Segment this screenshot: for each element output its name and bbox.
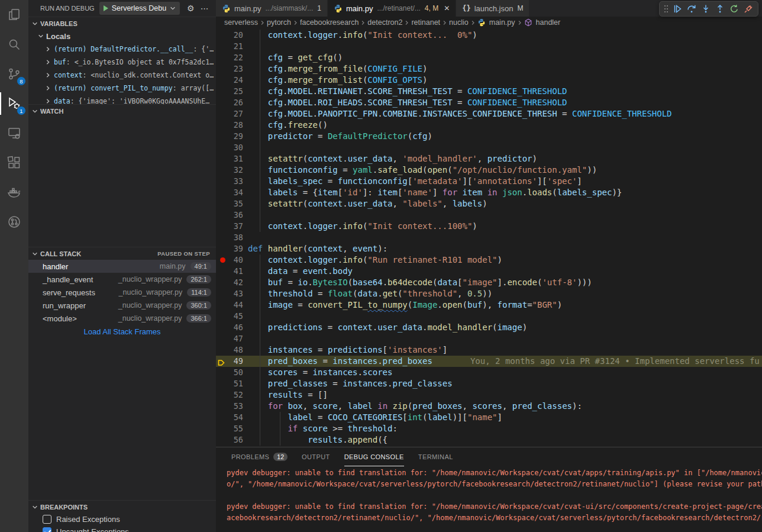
line-number[interactable]: 52 <box>216 389 243 401</box>
start-debug-icon[interactable] <box>104 5 108 11</box>
checkbox[interactable] <box>43 527 51 532</box>
locals-group[interactable]: Locals <box>28 30 216 43</box>
line-number[interactable]: 33 <box>216 176 243 187</box>
breadcrumb-item[interactable]: serverless <box>224 18 258 27</box>
panel-tab[interactable]: OUTPUT <box>302 447 330 466</box>
line-number[interactable]: 21 <box>216 41 243 52</box>
token: , <box>443 199 453 208</box>
continue-icon[interactable] <box>670 2 684 16</box>
restart-icon[interactable] <box>727 2 741 16</box>
token: b64decode <box>388 278 432 287</box>
variable-row[interactable]: context: <nuclio_sdk.context.Context obj… <box>28 69 216 82</box>
checkbox[interactable] <box>43 515 51 524</box>
stack-frame[interactable]: run_wrapper_nuclio_wrapper.py360:1 <box>28 299 216 312</box>
line-number[interactable]: 29 <box>216 131 243 142</box>
token <box>248 266 268 276</box>
stack-frame[interactable]: serve_requests_nuclio_wrapper.py114:1 <box>28 286 216 299</box>
line-number[interactable]: 27 <box>216 108 243 120</box>
line-number[interactable]: 25 <box>216 86 243 97</box>
line-number[interactable]: 46 <box>216 322 243 333</box>
variable-row[interactable]: data: {'image': 'iVBORw0KGgoAAAANSUhE… <box>28 95 216 104</box>
code-text: labels_spec = functionconfig['metadata']… <box>248 176 582 187</box>
line-number[interactable]: 45 <box>216 311 243 322</box>
line-number[interactable]: 55 <box>216 423 243 434</box>
line-number[interactable]: 39 <box>216 243 243 254</box>
more-actions-icon[interactable]: ⋯ <box>201 4 209 13</box>
line-number[interactable]: 32 <box>216 165 243 176</box>
token: , <box>303 401 313 411</box>
extensions-icon[interactable] <box>0 148 28 178</box>
stack-frame[interactable]: _handle_event_nuclio_wrapper.py262:1 <box>28 273 216 286</box>
editor-tab[interactable]: {}launch.jsonM <box>456 0 529 17</box>
token: functionconfig <box>268 165 338 175</box>
token: ( <box>303 199 308 208</box>
line-number[interactable]: 51 <box>216 378 243 389</box>
line-number[interactable]: 36 <box>216 209 243 221</box>
breadcrumb-symbol[interactable]: handler <box>536 18 561 27</box>
token: open <box>443 300 463 309</box>
breakpoints-section-header[interactable]: BREAKPOINTS <box>28 500 216 513</box>
debug-config-dropdown[interactable]: Serverless Debu <box>99 2 180 15</box>
panel-tab[interactable]: DEBUG CONSOLE <box>344 447 404 466</box>
line-number[interactable]: 38 <box>216 232 243 243</box>
source-control-icon[interactable]: 8 <box>0 59 28 89</box>
step-out-icon[interactable] <box>713 2 727 16</box>
line-number[interactable]: 42 <box>216 277 243 288</box>
panel-tab[interactable]: PROBLEMS12 <box>231 447 288 466</box>
breadcrumb-item[interactable]: facebookresearch <box>300 18 359 27</box>
call-stack-section-header[interactable]: CALL STACK PAUSED ON STEP <box>28 247 216 260</box>
line-number[interactable]: 47 <box>216 333 243 344</box>
line-number[interactable]: 54 <box>216 412 243 423</box>
line-number[interactable]: 22 <box>216 52 243 63</box>
line-number[interactable]: 44 <box>216 299 243 311</box>
line-number[interactable]: 37 <box>216 221 243 232</box>
variable-row[interactable]: (return) DefaultPredictor.__call__: {'in… <box>28 43 216 56</box>
step-into-icon[interactable] <box>699 2 713 16</box>
line-number[interactable]: 43 <box>216 288 243 299</box>
remote-explorer-icon[interactable] <box>0 118 28 148</box>
breakpoint-icon[interactable] <box>220 257 225 263</box>
line-number[interactable]: 31 <box>216 153 243 165</box>
line-number[interactable]: 53 <box>216 401 243 412</box>
step-over-icon[interactable] <box>684 2 699 16</box>
line-number[interactable]: 34 <box>216 187 243 198</box>
close-icon[interactable]: ✕ <box>444 4 450 12</box>
breadcrumb-file[interactable]: main.py <box>489 18 515 27</box>
line-number[interactable]: 41 <box>216 266 243 277</box>
explorer-icon[interactable] <box>0 0 28 30</box>
line-number[interactable]: 28 <box>216 120 243 131</box>
watch-section-header[interactable]: WATCH <box>28 104 216 117</box>
line-number[interactable]: 26 <box>216 97 243 108</box>
docker-icon[interactable] <box>0 178 28 207</box>
line-number[interactable]: 20 <box>216 30 243 41</box>
line-number[interactable]: 50 <box>216 367 243 378</box>
stack-frame[interactable]: <module>_nuclio_wrapper.py366:1 <box>28 312 216 325</box>
load-all-stack-frames-link[interactable]: Load All Stack Frames <box>28 325 216 338</box>
line-number[interactable]: 48 <box>216 344 243 356</box>
panel-tab[interactable]: TERMINAL <box>418 447 453 466</box>
line-number[interactable]: 24 <box>216 75 243 86</box>
breadcrumb-item[interactable]: detectron2 <box>367 18 402 27</box>
editor-tab[interactable]: main.py.../siammask/...1 <box>216 0 328 17</box>
line-number[interactable]: 56 <box>216 434 243 446</box>
disconnect-icon[interactable] <box>741 2 755 16</box>
toolbar-grip[interactable] <box>662 2 670 16</box>
variable-row[interactable]: (return) convert_PIL_to_numpy: array([[[… <box>28 82 216 95</box>
vscode-window: { "activity_bar": { "items": [ { "name":… <box>0 0 762 532</box>
token <box>248 86 268 96</box>
line-number[interactable]: 23 <box>216 63 243 75</box>
breadcrumb-item[interactable]: nuclio <box>449 18 469 27</box>
variable-row[interactable]: buf: <_io.BytesIO object at 0x7f5a2dc1ec… <box>28 56 216 69</box>
variables-section-header[interactable]: VARIABLES <box>28 17 216 30</box>
code-editor[interactable]: 20 context.logger.info("Init context... … <box>216 28 762 447</box>
breadcrumb-item[interactable]: pytorch <box>267 18 291 27</box>
gear-icon[interactable]: ⚙ <box>187 4 195 13</box>
line-number[interactable]: 35 <box>216 198 243 209</box>
line-number[interactable]: 30 <box>216 142 243 153</box>
search-icon[interactable] <box>0 30 28 59</box>
breadcrumb-item[interactable]: retinanet <box>411 18 440 27</box>
pull-requests-icon[interactable] <box>0 207 28 237</box>
run-and-debug-icon[interactable]: 1 <box>0 89 28 118</box>
stack-frame[interactable]: handlermain.py49:1 <box>28 260 216 273</box>
editor-tab[interactable]: main.py.../retinanet/...4, M✕ <box>328 0 456 17</box>
